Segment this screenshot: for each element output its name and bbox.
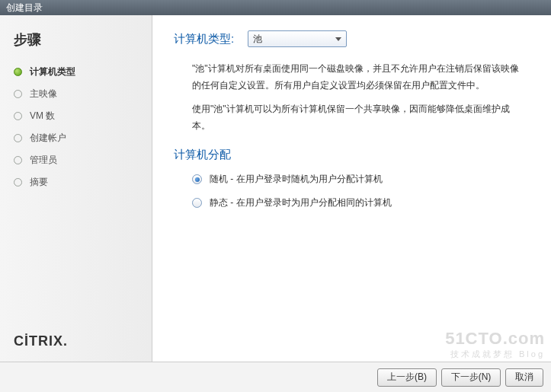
sidebar-item-label: 计算机类型 — [30, 65, 75, 78]
cancel-button[interactable]: 取消 — [505, 368, 543, 387]
description-text-1: "池"计算机对所有桌面使用同一个磁盘映像，并且不允许用户在注销后保留该映像的任何… — [192, 61, 525, 94]
type-row: 计算机类型: 池 — [174, 30, 525, 47]
sidebar-item-administrators[interactable]: 管理员 — [14, 154, 152, 167]
sidebar-item-label: 创建帐户 — [30, 132, 66, 145]
sidebar-item-vm-count[interactable]: VM 数 — [14, 110, 152, 123]
steps-title: 步骤 — [14, 30, 152, 49]
bullet-icon — [14, 156, 22, 164]
allocation-label: 计算机分配 — [174, 148, 525, 162]
radio-icon — [192, 198, 202, 208]
sidebar-item-label: 主映像 — [30, 88, 57, 100]
description-text-2: 使用"池"计算机可以为所有计算机保留一个共享映像，因而能够降低桌面维护成本。 — [192, 101, 525, 134]
next-button[interactable]: 下一步(N) — [441, 368, 501, 387]
type-label: 计算机类型: — [174, 32, 234, 46]
sidebar: 步骤 计算机类型 主映像 VM 数 创建帐户 管理员 摘要 CİTRIX. — [0, 15, 152, 362]
bullet-icon — [14, 112, 22, 120]
sidebar-item-create-accounts[interactable]: 创建帐户 — [14, 132, 152, 145]
sidebar-item-label: 摘要 — [30, 176, 48, 189]
radio-label: 随机 - 在用户登录时随机为用户分配计算机 — [210, 173, 383, 186]
titlebar: 创建目录 — [0, 0, 551, 15]
sidebar-item-machine-type[interactable]: 计算机类型 — [14, 65, 152, 78]
chevron-down-icon — [335, 37, 341, 41]
back-button[interactable]: 上一步(B) — [377, 368, 437, 387]
bullet-icon — [14, 90, 22, 98]
radio-random[interactable]: 随机 - 在用户登录时随机为用户分配计算机 — [192, 173, 525, 186]
description-block: "池"计算机对所有桌面使用同一个磁盘映像，并且不允许用户在注销后保留该映像的任何… — [192, 61, 525, 134]
window-title: 创建目录 — [6, 2, 43, 13]
bullet-icon — [14, 178, 22, 186]
bullet-icon — [14, 68, 22, 76]
sidebar-item-summary[interactable]: 摘要 — [14, 176, 152, 189]
main-container: 步骤 计算机类型 主映像 VM 数 创建帐户 管理员 摘要 CİTRIX. 计算… — [0, 15, 551, 362]
dropdown-value: 池 — [253, 33, 262, 46]
radio-label: 静态 - 在用户登录时为用户分配相同的计算机 — [210, 196, 392, 209]
content-panel: 计算机类型: 池 "池"计算机对所有桌面使用同一个磁盘映像，并且不允许用户在注销… — [152, 15, 551, 362]
steps-list: 计算机类型 主映像 VM 数 创建帐户 管理员 摘要 — [14, 65, 152, 189]
brand-logo: CİTRIX. — [14, 333, 68, 349]
allocation-radio-group: 随机 - 在用户登录时随机为用户分配计算机 静态 - 在用户登录时为用户分配相同… — [192, 173, 525, 209]
sidebar-item-label: VM 数 — [30, 110, 55, 123]
bullet-icon — [14, 134, 22, 142]
sidebar-item-master-image[interactable]: 主映像 — [14, 88, 152, 100]
machine-type-dropdown[interactable]: 池 — [248, 30, 347, 47]
sidebar-item-label: 管理员 — [30, 154, 57, 167]
radio-static[interactable]: 静态 - 在用户登录时为用户分配相同的计算机 — [192, 196, 525, 209]
radio-icon — [192, 174, 202, 184]
footer: 上一步(B) 下一步(N) 取消 — [0, 362, 551, 392]
